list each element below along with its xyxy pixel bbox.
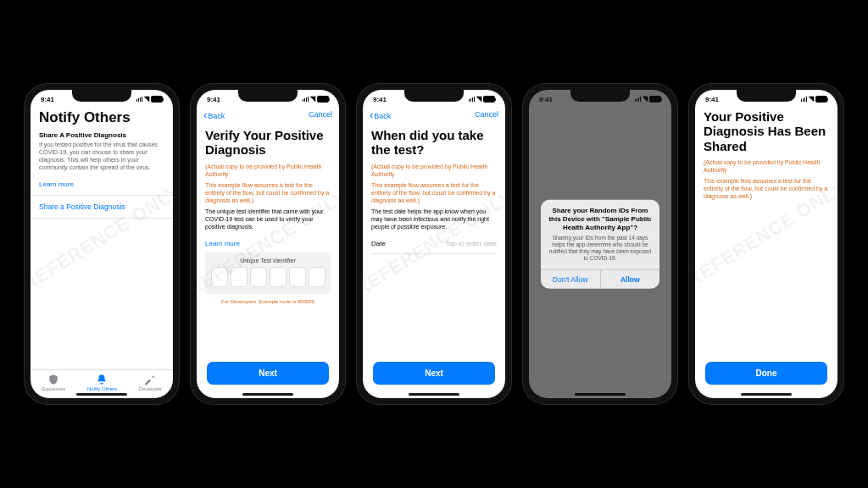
tab-notify-others[interactable]: Notify Others: [87, 374, 117, 391]
example-note: This example flow assumes a test for the…: [205, 181, 331, 204]
developer-note: For Developers: Example code is 000000: [205, 299, 331, 304]
notch: [238, 90, 298, 102]
wifi-icon: ◥: [476, 96, 481, 103]
next-button[interactable]: Next: [373, 362, 495, 385]
bell-icon: [96, 374, 108, 385]
code-entry-box: Unique Test Identifier: [205, 252, 331, 294]
hammer-icon: [144, 374, 156, 385]
phone-verify-diagnosis: 9:41 ◥ Back Cancel REFERENCE ONLY Verify…: [190, 83, 346, 405]
tab-developer[interactable]: Developer: [139, 374, 162, 391]
authority-note: (Actual copy to be provided by Public He…: [205, 163, 331, 178]
alert-dont-allow-button[interactable]: Don't Allow: [541, 269, 600, 288]
date-input-row[interactable]: Date Tap to enter date: [371, 234, 497, 254]
notch: [570, 90, 630, 102]
home-indicator[interactable]: [242, 393, 293, 396]
wifi-icon: ◥: [310, 96, 315, 103]
notch: [72, 90, 131, 102]
next-button[interactable]: Next: [207, 362, 329, 385]
cancel-button[interactable]: Cancel: [475, 110, 498, 119]
phone-notify-others: 9:41 ◥ REFERENCE ONLY Notify Others Shar…: [24, 83, 180, 405]
alert-title: Share your Random IDs From this Device w…: [541, 200, 659, 235]
wifi-icon: ◥: [643, 96, 648, 103]
notch: [404, 90, 464, 102]
authority-note: (Actual copy to be provided by Public He…: [371, 163, 497, 178]
status-time: 9:41: [207, 96, 220, 103]
wifi-icon: ◥: [809, 96, 814, 103]
status-time: 9:41: [539, 96, 553, 103]
example-note: This example flow assumes a test for the…: [371, 181, 497, 204]
status-indicators: ◥: [136, 96, 164, 103]
battery-icon: [317, 96, 329, 103]
back-button[interactable]: Back: [203, 108, 225, 121]
wifi-icon: ◥: [144, 96, 149, 103]
nav-bar: Back Cancel: [197, 106, 339, 125]
cellular-icon: [469, 97, 476, 102]
cellular-icon: [801, 97, 808, 102]
page-title: When did you take the test?: [371, 128, 497, 158]
tab-label: Notify Others: [87, 386, 117, 391]
share-diagnosis-row[interactable]: Share a Positive Diagnosis: [31, 195, 173, 219]
battery-icon: [815, 96, 827, 103]
date-label: Date: [371, 240, 386, 247]
nav-bar: Back Cancel: [363, 106, 505, 125]
tab-label: Exposures: [42, 386, 65, 391]
back-button[interactable]: Back: [370, 108, 391, 121]
phone-share-ids-alert: 9:41 ◥ Share your Random IDs From this D…: [522, 83, 678, 405]
cellular-icon: [303, 97, 309, 102]
tab-label: Developer: [139, 386, 162, 391]
authority-note: (Actual copy to be provided by Public He…: [704, 158, 829, 174]
example-note: This example flow assumes a test for the…: [704, 177, 829, 200]
home-indicator[interactable]: [741, 393, 792, 396]
phone-diagnosis-shared: 9:41 ◥ REFERENCE ONLY Your Positive Diag…: [688, 83, 844, 405]
alert-allow-button[interactable]: Allow: [600, 269, 660, 288]
cellular-icon: [635, 97, 642, 102]
cellular-icon: [136, 97, 143, 102]
tab-exposures[interactable]: Exposures: [42, 374, 65, 391]
shield-icon: [47, 374, 59, 385]
section-heading: Share A Positive Diagnosis: [39, 131, 164, 139]
battery-icon: [483, 96, 495, 103]
learn-more-link[interactable]: Learn more: [205, 240, 240, 247]
page-title: Verify Your Positive Diagnosis: [205, 128, 331, 158]
status-time: 9:41: [705, 96, 719, 103]
system-alert: Share your Random IDs From this Device w…: [541, 200, 659, 289]
alert-body: Sharing your IDs from the past 14 days h…: [541, 235, 659, 269]
phone-test-date: 9:41 ◥ Back Cancel REFERENCE ONLY When d…: [356, 83, 512, 405]
code-label: Unique Test Identifier: [210, 258, 326, 263]
section-body: If you tested positive for the virus tha…: [39, 141, 164, 171]
home-indicator[interactable]: [409, 393, 459, 396]
instruction-body: The test date helps the app know when yo…: [371, 208, 497, 230]
battery-icon: [649, 96, 661, 103]
home-indicator[interactable]: [575, 393, 626, 396]
notch: [737, 90, 796, 102]
page-title: Notify Others: [39, 109, 164, 126]
status-time: 9:41: [41, 96, 54, 103]
learn-more-link[interactable]: Learn more: [39, 180, 74, 188]
cancel-button[interactable]: Cancel: [309, 110, 332, 119]
status-time: 9:41: [373, 96, 387, 103]
instruction-body: The unique test identifier that came wit…: [205, 208, 331, 230]
battery-icon: [151, 96, 163, 103]
code-cells[interactable]: [210, 267, 326, 287]
date-placeholder: Tap to enter date: [446, 240, 497, 247]
done-button[interactable]: Done: [705, 362, 827, 385]
home-indicator[interactable]: [76, 393, 127, 396]
page-title: Your Positive Diagnosis Has Been Shared: [704, 109, 829, 153]
